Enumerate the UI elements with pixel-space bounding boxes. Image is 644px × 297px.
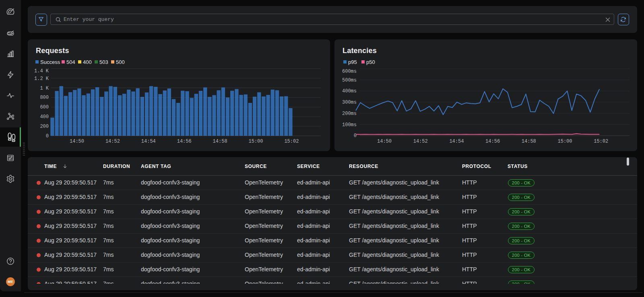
svg-text:500ms: 500ms — [342, 78, 357, 83]
svg-text:14:50: 14:50 — [70, 139, 84, 144]
svg-text:14:58: 14:58 — [213, 139, 227, 144]
svg-text:200: 200 — [40, 124, 49, 129]
svg-text:14:54: 14:54 — [449, 139, 464, 144]
svg-text:15:02: 15:02 — [594, 139, 608, 144]
svg-text:1.2 K: 1.2 K — [34, 76, 49, 82]
svg-text:600: 600 — [40, 104, 49, 110]
svg-text:400: 400 — [40, 114, 49, 120]
svg-text:600ms: 600ms — [342, 69, 357, 74]
svg-text:15:02: 15:02 — [284, 139, 299, 144]
svg-text:14:50: 14:50 — [377, 139, 392, 144]
svg-text:200ms: 200ms — [342, 111, 357, 117]
svg-text:0: 0 — [46, 133, 49, 139]
svg-text:800: 800 — [40, 95, 49, 100]
svg-text:300ms: 300ms — [342, 100, 357, 105]
svg-text:400ms: 400ms — [342, 88, 357, 94]
svg-text:14:56: 14:56 — [177, 139, 192, 144]
svg-text:15:00: 15:00 — [248, 139, 263, 144]
svg-text:14:58: 14:58 — [522, 139, 536, 144]
svg-text:14:54: 14:54 — [141, 139, 156, 144]
svg-text:14:52: 14:52 — [413, 139, 428, 144]
svg-text:14:52: 14:52 — [105, 139, 120, 144]
svg-text:15:00: 15:00 — [557, 139, 572, 144]
svg-text:1.4 K: 1.4 K — [34, 68, 49, 74]
svg-text:14:56: 14:56 — [485, 139, 500, 144]
svg-text:100ms: 100ms — [342, 122, 357, 128]
svg-text:1 K: 1 K — [40, 86, 49, 91]
